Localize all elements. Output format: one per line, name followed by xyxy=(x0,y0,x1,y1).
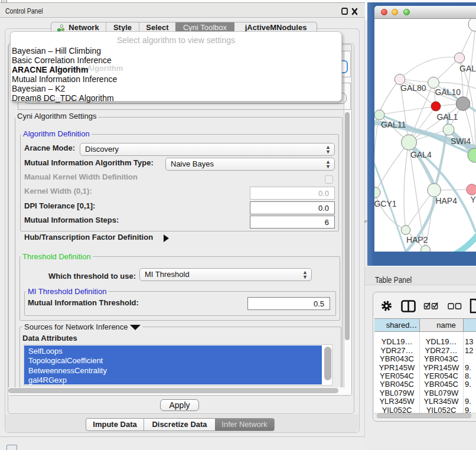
svg-text:GAL1: GAL1 xyxy=(436,112,458,122)
svg-text:HAP4: HAP4 xyxy=(435,196,457,206)
svg-text:SWI4: SWI4 xyxy=(451,136,471,146)
svg-text:GAL80: GAL80 xyxy=(400,83,426,93)
svg-text:HAP2: HAP2 xyxy=(406,235,428,244)
svg-text:Y: Y xyxy=(470,195,476,204)
svg-text:GAL10: GAL10 xyxy=(435,87,461,97)
svg-text:GAL11: GAL11 xyxy=(381,120,406,129)
svg-text:GCY1: GCY1 xyxy=(374,199,397,208)
svg-text:GAL4: GAL4 xyxy=(410,150,432,159)
svg-text:GAL7: GAL7 xyxy=(459,64,476,73)
